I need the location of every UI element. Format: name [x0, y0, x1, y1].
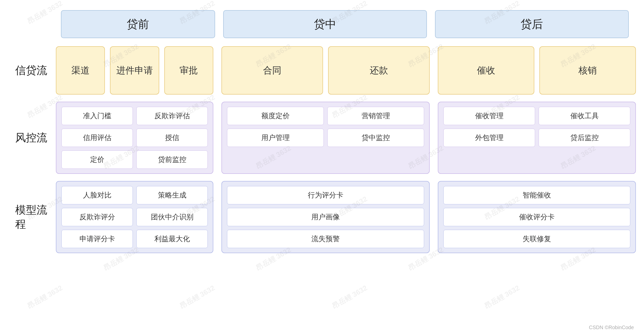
xindai-post-section: 催收 核销	[438, 46, 636, 95]
header-post: 贷后	[435, 10, 629, 38]
xindai-mid-card-1: 还款	[328, 46, 430, 95]
model-pre-item-1: 策略生成	[136, 186, 208, 204]
fengkong-pre-section: 准入门槛 反欺诈评估 信用评估 授信 定价 贷前监控	[56, 102, 213, 174]
fengkong-pre-item-4: 定价	[61, 150, 133, 169]
header-post-label: 贷后	[521, 17, 543, 32]
header-mid-label: 贷中	[314, 17, 336, 32]
xindai-pre-label-0: 渠道	[71, 64, 90, 77]
model-pre-item-0: 人脸对比	[61, 186, 133, 204]
model-pre-item-2: 反欺诈评分	[61, 208, 133, 226]
fengkong-pre-item-3: 授信	[136, 129, 208, 147]
xindai-post-card-0: 催收	[438, 46, 534, 95]
model-mid-item-0: 行为评分卡	[227, 186, 424, 204]
xindai-post-label-0: 催收	[477, 64, 495, 77]
fengkong-pre-item-1: 反欺诈评估	[136, 107, 208, 125]
fengkong-post-item-1: 催收工具	[539, 107, 630, 125]
header-mid: 贷中	[223, 10, 427, 38]
fengkong-label-text: 风控流	[15, 131, 47, 145]
xindai-mid-section: 合同 还款	[221, 46, 430, 95]
fengkong-post-section: 催收管理 催收工具 外包管理 贷后监控	[438, 102, 636, 174]
xindai-mid-label-0: 合同	[263, 64, 281, 77]
header-pre-label: 贷前	[127, 17, 149, 32]
xindai-post-card-1: 核销	[539, 46, 636, 95]
model-pre-section: 人脸对比 策略生成 反欺诈评分 团伙中介识别 申请评分卡 利益最大化	[56, 181, 213, 253]
model-pre-item-4: 申请评分卡	[61, 230, 133, 248]
model-label: 模型流程	[15, 181, 56, 253]
model-mid-section: 行为评分卡 用户画像 流失预警	[221, 181, 430, 253]
footer-text: CSDN ©RobinCode	[589, 325, 634, 330]
xindai-label-text: 信贷流	[15, 63, 47, 78]
fengkong-post-item-3: 贷后监控	[539, 129, 630, 147]
xindai-pre-card-1: 进件申请	[110, 46, 159, 95]
fengkong-label: 风控流	[15, 102, 56, 174]
fengkong-pre-item-5: 贷前监控	[136, 150, 208, 169]
fengkong-mid-grid: 额度定价 营销管理 用户管理 贷中监控	[227, 107, 424, 147]
xindai-sections: 渠道 进件申请 审批 合同 还款 催	[56, 46, 636, 95]
model-mid-grid: 行为评分卡 用户画像 流失预警	[227, 186, 424, 248]
fengkong-mid-section: 额度定价 营销管理 用户管理 贷中监控	[221, 102, 430, 174]
fengkong-pre-item-2: 信用评估	[61, 129, 133, 147]
model-post-item-0: 智能催收	[443, 186, 630, 204]
model-post-item-2: 失联修复	[443, 230, 630, 248]
xindai-pre-section: 渠道 进件申请 审批	[56, 46, 213, 95]
model-pre-item-5: 利益最大化	[136, 230, 208, 248]
model-sections: 人脸对比 策略生成 反欺诈评分 团伙中介识别 申请评分卡 利益最大化 行为评分卡…	[56, 181, 636, 253]
xindai-mid-card-0: 合同	[221, 46, 323, 95]
xindai-label: 信贷流	[15, 46, 56, 95]
xindai-post-label-1: 核销	[578, 64, 597, 77]
xindai-pre-card-2: 审批	[164, 46, 213, 95]
model-mid-item-1: 用户画像	[227, 208, 424, 226]
model-label-text: 模型流程	[15, 203, 51, 231]
xindai-row: 信贷流 渠道 进件申请 审批 合同 还款	[15, 46, 629, 95]
model-row: 模型流程 人脸对比 策略生成 反欺诈评分 团伙中介识别 申请评分卡 利益最大化 …	[15, 181, 629, 253]
fengkong-post-item-2: 外包管理	[443, 129, 535, 147]
footer-note: CSDN ©RobinCode	[589, 325, 634, 330]
fengkong-sections: 准入门槛 反欺诈评估 信用评估 授信 定价 贷前监控 额度定价 营销管理 用户管…	[56, 102, 636, 174]
model-post-item-1: 催收评分卡	[443, 208, 630, 226]
model-post-section: 智能催收 催收评分卡 失联修复	[438, 181, 636, 253]
fengkong-mid-item-1: 营销管理	[327, 107, 424, 125]
xindai-pre-card-0: 渠道	[56, 46, 105, 95]
model-post-grid: 智能催收 催收评分卡 失联修复	[443, 186, 630, 248]
fengkong-post-grid: 催收管理 催收工具 外包管理 贷后监控	[443, 107, 630, 147]
fengkong-mid-item-0: 额度定价	[227, 107, 324, 125]
xindai-pre-label-2: 审批	[180, 64, 198, 77]
fengkong-mid-item-3: 贷中监控	[327, 129, 424, 147]
fengkong-mid-item-2: 用户管理	[227, 129, 324, 147]
fengkong-post-item-0: 催收管理	[443, 107, 535, 125]
model-mid-item-2: 流失预警	[227, 230, 424, 248]
header-pre: 贷前	[61, 10, 215, 38]
header-row: 贷前 贷中 贷后	[61, 10, 629, 38]
model-pre-grid: 人脸对比 策略生成 反欺诈评分 团伙中介识别 申请评分卡 利益最大化	[61, 186, 208, 248]
xindai-pre-label-1: 进件申请	[116, 64, 153, 77]
fengkong-pre-item-0: 准入门槛	[61, 107, 133, 125]
fengkong-row: 风控流 准入门槛 反欺诈评估 信用评估 授信 定价 贷前监控 额度定价 营销管理	[15, 102, 629, 174]
fengkong-pre-grid: 准入门槛 反欺诈评估 信用评估 授信 定价 贷前监控	[61, 107, 208, 169]
model-pre-item-3: 团伙中介识别	[136, 208, 208, 226]
main-container: 贷前 贷中 贷后 信贷流 渠道 进件申请 审批	[0, 0, 644, 270]
xindai-mid-label-1: 还款	[370, 64, 388, 77]
